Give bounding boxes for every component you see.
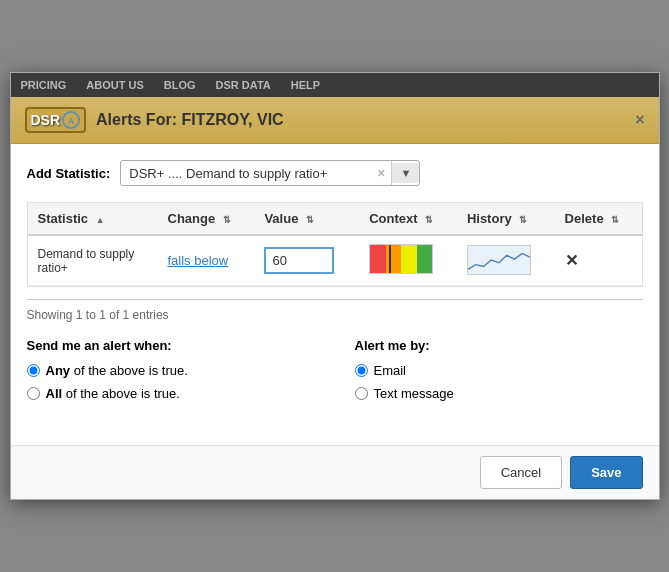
value-input[interactable] (264, 247, 334, 274)
col-value-sort-icon: ⇅ (306, 215, 314, 225)
add-statistic-row: Add Statistic: DSR+ .... Demand to suppl… (27, 160, 643, 186)
statistic-dropdown-arrow[interactable]: ▼ (392, 163, 419, 183)
statistic-select-value: DSR+ .... Demand to supply ratio+ (121, 162, 371, 185)
any-radio[interactable] (27, 364, 40, 377)
all-label: All of the above is true. (46, 386, 180, 401)
sort-asc-icon: ▲ (96, 215, 105, 225)
col-statistic[interactable]: Statistic ▲ (28, 203, 158, 235)
context-cell[interactable] (359, 235, 457, 286)
col-value[interactable]: Value ⇅ (254, 203, 359, 235)
text-option[interactable]: Text message (355, 386, 643, 401)
alert-by-group: Alert me by: Email Text message (355, 338, 643, 409)
col-context-sort-icon: ⇅ (425, 215, 433, 225)
gauge-red (370, 245, 386, 273)
gauge-yellow (401, 245, 417, 273)
close-button[interactable]: × (635, 112, 644, 128)
any-suffix: of the above is true. (70, 363, 188, 378)
gauge-marker (389, 245, 391, 273)
nav-blog[interactable]: BLOG (164, 79, 196, 91)
send-alert-title: Send me an alert when: (27, 338, 315, 353)
add-statistic-label: Add Statistic: (27, 166, 111, 181)
send-alert-group: Send me an alert when: Any of the above … (27, 338, 315, 409)
any-label: Any of the above is true. (46, 363, 188, 378)
table-header-row: Statistic ▲ Change ⇅ Value ⇅ Context (28, 203, 642, 235)
delete-button[interactable]: ✕ (565, 252, 578, 269)
modal-title: Alerts For: FITZROY, VIC (96, 111, 284, 129)
logo-icon: A (62, 111, 80, 129)
save-button[interactable]: Save (570, 456, 642, 489)
modal-footer: Cancel Save (11, 445, 659, 499)
statistic-name-cell: Demand to supply ratio+ (28, 235, 158, 286)
value-cell (254, 235, 359, 286)
alert-options: Send me an alert when: Any of the above … (27, 338, 643, 409)
all-bold: All (46, 386, 63, 401)
col-history[interactable]: History ⇅ (457, 203, 555, 235)
alert-modal: PRICING ABOUT US BLOG DSR DATA HELP DSR … (10, 72, 660, 500)
logo-text: DSR (31, 112, 61, 128)
statistic-name: Demand to supply ratio+ (38, 247, 135, 275)
col-delete-sort-icon: ⇅ (611, 215, 619, 225)
any-bold: Any (46, 363, 71, 378)
col-change-sort-icon: ⇅ (223, 215, 231, 225)
text-label: Text message (374, 386, 454, 401)
table-divider (27, 299, 643, 300)
change-cell[interactable]: falls below (158, 235, 255, 286)
col-history-sort-icon: ⇅ (519, 215, 527, 225)
any-option[interactable]: Any of the above is true. (27, 363, 315, 378)
nav-dsr-data[interactable]: DSR DATA (216, 79, 271, 91)
modal-header: DSR A Alerts For: FITZROY, VIC × (11, 97, 659, 144)
all-suffix: of the above is true. (62, 386, 180, 401)
gauge-green (417, 245, 433, 273)
svg-text:A: A (68, 116, 75, 126)
alert-by-title: Alert me by: (355, 338, 643, 353)
col-change[interactable]: Change ⇅ (158, 203, 255, 235)
entries-info: Showing 1 to 1 of 1 entries (27, 308, 643, 322)
context-thumbnail[interactable] (369, 244, 433, 274)
nav-pricing[interactable]: PRICING (21, 79, 67, 91)
all-radio[interactable] (27, 387, 40, 400)
history-chart (468, 246, 530, 274)
history-cell[interactable] (457, 235, 555, 286)
statistic-clear-button[interactable]: × (371, 161, 392, 185)
nav-help[interactable]: HELP (291, 79, 320, 91)
modal-header-left: DSR A Alerts For: FITZROY, VIC (25, 107, 284, 133)
alerts-table: Statistic ▲ Change ⇅ Value ⇅ Context (27, 202, 643, 287)
all-option[interactable]: All of the above is true. (27, 386, 315, 401)
logo: DSR A (25, 107, 87, 133)
modal-body: Add Statistic: DSR+ .... Demand to suppl… (11, 144, 659, 445)
text-radio[interactable] (355, 387, 368, 400)
email-option[interactable]: Email (355, 363, 643, 378)
change-link[interactable]: falls below (168, 253, 229, 268)
email-label: Email (374, 363, 407, 378)
col-context[interactable]: Context ⇅ (359, 203, 457, 235)
email-radio[interactable] (355, 364, 368, 377)
col-delete[interactable]: Delete ⇅ (555, 203, 642, 235)
nav-bar: PRICING ABOUT US BLOG DSR DATA HELP (11, 73, 659, 97)
statistic-select[interactable]: DSR+ .... Demand to supply ratio+ × ▼ (120, 160, 420, 186)
table-row: Demand to supply ratio+ falls below (28, 235, 642, 286)
cancel-button[interactable]: Cancel (480, 456, 562, 489)
history-thumbnail[interactable] (467, 245, 531, 275)
nav-about[interactable]: ABOUT US (86, 79, 143, 91)
delete-cell[interactable]: ✕ (555, 235, 642, 286)
